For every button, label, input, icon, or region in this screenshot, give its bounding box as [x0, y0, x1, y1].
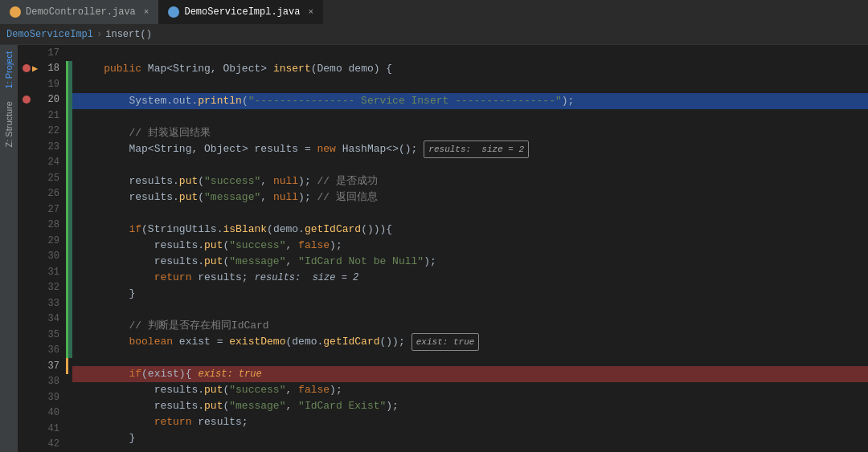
- far-left-sidebar: 1: Project Z: Structure: [0, 45, 18, 452]
- ind-17: [66, 45, 72, 61]
- ind-22: [66, 124, 72, 140]
- gutter: 17 ▶ 18 19 20 21 22 23 24 25 26 27 28 29…: [18, 45, 66, 452]
- line-31: 31: [18, 264, 66, 280]
- code-line-30: results.put("message", "IdCard Not be Nu…: [72, 254, 868, 270]
- code-line-20: System.out.println("---------------- Ser…: [72, 93, 868, 109]
- line-19: 19: [18, 76, 66, 92]
- line-29: 29: [18, 233, 66, 249]
- code-line-37: if(exist){ exist: true: [72, 366, 868, 382]
- line-32: 32: [18, 280, 66, 296]
- code-line-27: [72, 206, 868, 222]
- ind-42: [66, 437, 72, 453]
- code-line-31: return results; results: size = 2: [72, 270, 868, 286]
- line-37: 37: [18, 358, 66, 374]
- sidebar-structure-tab[interactable]: Z: Structure: [2, 95, 16, 153]
- sidebar-project-tab[interactable]: 1: Project: [2, 45, 16, 95]
- tab-service-icon: [168, 6, 179, 18]
- code-line-38: results.put("success", false);: [72, 382, 868, 398]
- line-33: 33: [18, 295, 66, 312]
- breadcrumb-sep: ›: [96, 29, 102, 40]
- code-line-32: }: [72, 286, 868, 302]
- breadcrumb-class[interactable]: DemoServiceImpl: [6, 29, 93, 40]
- code-line-28: if(StringUtils.isBlank(demo.getIdCard())…: [72, 222, 868, 238]
- ind-23: [66, 139, 72, 155]
- code-line-24: [72, 157, 868, 173]
- line-34: 34: [18, 312, 66, 328]
- code-line-40: return results;: [72, 414, 868, 430]
- tab-controller-close[interactable]: ×: [144, 7, 149, 17]
- line-35: 35: [18, 327, 66, 343]
- ind-25: [66, 170, 72, 186]
- line-24: 24: [18, 155, 66, 171]
- ind-38: [66, 374, 72, 390]
- tab-controller[interactable]: DemoController.java ×: [0, 0, 158, 24]
- ind-40: [66, 405, 72, 421]
- tab-service-close[interactable]: ×: [308, 7, 313, 17]
- line-40: 40: [18, 405, 66, 421]
- tab-service[interactable]: DemoServiceImpl.java ×: [158, 0, 323, 24]
- line-25: 25: [18, 170, 66, 186]
- indicator-col: [66, 45, 72, 452]
- line-30: 30: [18, 249, 66, 265]
- line-17: 17: [18, 45, 66, 61]
- ind-33: [66, 295, 72, 312]
- code-line-33: [72, 302, 868, 318]
- ind-24: [66, 155, 72, 171]
- hint-exist: exist: true: [411, 333, 480, 351]
- ind-27: [66, 202, 72, 218]
- line-23: 23: [18, 139, 66, 155]
- ind-39: [66, 389, 72, 405]
- tab-controller-label: DemoController.java: [26, 6, 136, 18]
- line-28: 28: [18, 218, 66, 234]
- code-line-19: [72, 77, 868, 93]
- tab-bar: DemoController.java × DemoServiceImpl.ja…: [0, 0, 868, 24]
- line-27: 27: [18, 202, 66, 218]
- tab-controller-icon: [10, 6, 21, 18]
- line-18: ▶ 18: [18, 61, 66, 77]
- code-line-26: results.put("message", null); // 返回信息: [72, 189, 868, 206]
- ind-41: [66, 421, 72, 437]
- ind-37: [66, 358, 72, 374]
- breadcrumb: DemoServiceImpl › insert(): [0, 24, 868, 45]
- code-area[interactable]: public Map<String, Object> insert(Demo d…: [72, 45, 868, 452]
- hint-results-31: results: size = 2: [255, 270, 359, 286]
- hint-results: results: size = 2: [424, 140, 529, 158]
- line-20: 20: [18, 92, 66, 108]
- ind-32: [66, 280, 72, 296]
- code-line-42: [72, 446, 868, 452]
- line-39: 39: [18, 389, 66, 405]
- ind-35: [66, 327, 72, 343]
- line-42: 42: [18, 437, 66, 453]
- code-line-17: [72, 45, 868, 61]
- line-36: 36: [18, 343, 66, 359]
- code-line-35: boolean exist = existDemo(demo.getIdCard…: [72, 334, 868, 350]
- line-41: 41: [18, 421, 66, 437]
- ind-34: [66, 312, 72, 328]
- ind-31: [66, 264, 72, 280]
- ind-19: [66, 76, 72, 92]
- line-38: 38: [18, 374, 66, 390]
- tab-service-label: DemoServiceImpl.java: [184, 6, 300, 18]
- ind-29: [66, 233, 72, 249]
- breadcrumb-method[interactable]: insert(): [105, 29, 152, 40]
- code-line-39: results.put("message", "IdCard Exist");: [72, 398, 868, 414]
- code-line-36: [72, 350, 868, 366]
- code-line-41: }: [72, 430, 868, 446]
- code-line-21: [72, 109, 868, 125]
- ind-26: [66, 186, 72, 202]
- line-26: 26: [18, 186, 66, 202]
- line-22: 22: [18, 124, 66, 140]
- ind-21: [66, 108, 72, 124]
- editor-area: 1: Project Z: Structure 17 ▶ 18 19 20 21…: [0, 45, 868, 452]
- ind-36: [66, 343, 72, 359]
- ind-20: [66, 92, 72, 108]
- code-line-29: results.put("success", false);: [72, 238, 868, 254]
- ind-18: [66, 61, 72, 77]
- code-line-23: Map<String, Object> results = new HashMa…: [72, 141, 868, 157]
- ind-30: [66, 249, 72, 265]
- hint-exist-inline: exist: true: [198, 366, 261, 382]
- ind-28: [66, 218, 72, 234]
- code-line-25: results.put("success", null); // 是否成功: [72, 173, 868, 189]
- line-21: 21: [18, 108, 66, 124]
- code-line-34: // 判断是否存在相同IdCard: [72, 318, 868, 334]
